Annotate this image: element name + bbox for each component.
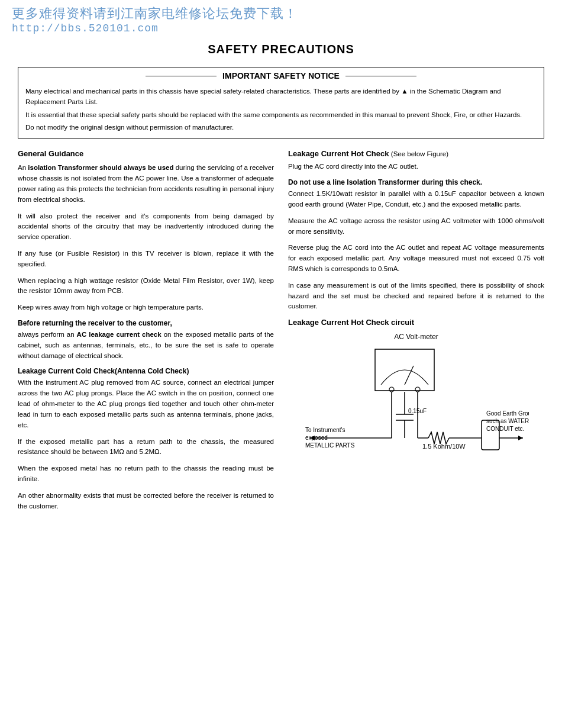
notice-line-right [345, 76, 416, 76]
general-guidance-heading: General Guidance [18, 149, 274, 158]
left-para-2: It will also protect the receiver and it… [18, 211, 274, 243]
svg-text:1.5 Kohm/10W: 1.5 Kohm/10W [422, 443, 466, 450]
left-para-5: Keep wires away from high voltage or hig… [18, 302, 274, 313]
left-para-4: When replacing a high wattage resistor (… [18, 276, 274, 297]
left-column: General Guidance An isolation Transforme… [18, 149, 274, 517]
leakage-hot-heading: Leakage Current Hot Check [288, 149, 389, 158]
important-notice-box: IMPORTANT SAFETY NOTICE Many electrical … [18, 67, 544, 138]
leakage-hot-line1: Plug the AC cord directly into the AC ou… [288, 162, 544, 172]
circuit-heading: Leakage Current Hot Check circuit [288, 318, 544, 327]
important-notice-content: Many electrical and mechanical parts in … [18, 83, 544, 138]
notice-line-2: It is essential that these special safet… [25, 110, 537, 121]
right-para-2: Measure the AC voltage across the resist… [288, 216, 544, 237]
left-para-9: When the exposed metal has no return pat… [18, 463, 274, 485]
right-para-3: Reverse plug the AC cord into the AC out… [288, 243, 544, 274]
left-para-8: If the exposed metallic part has a retur… [18, 437, 274, 458]
right-para-4: In case any measurement is out of the li… [288, 281, 544, 312]
leakage-cold-heading: Leakage Current Cold Check(Antenna Cold … [18, 367, 274, 375]
leakage-hot-subheading: (See below Figure) [391, 150, 448, 157]
before-return-heading: Before returning the receiver to the cus… [18, 319, 274, 327]
left-para-6: always perform an AC leakage current che… [18, 330, 274, 361]
svg-text:METALLIC PARTS: METALLIC PARTS [305, 442, 355, 449]
header-banner: 更多难得资料请到江南家电维修论坛免费下载！ http://bbs.520101.… [0, 0, 562, 37]
left-para-7: With the instrument AC plug removed from… [18, 378, 274, 430]
right-column: Leakage Current Hot Check (See below Fig… [288, 149, 544, 517]
svg-line-1 [405, 366, 414, 385]
left-para-1: An isolation Transformer should always b… [18, 163, 274, 205]
important-notice-title: IMPORTANT SAFETY NOTICE [18, 67, 544, 83]
circuit-voltmeter-label: AC Volt-meter [394, 333, 438, 341]
circuit-diagram-area: AC Volt-meter [288, 333, 544, 473]
header-chinese-text: 更多难得资料请到江南家电维修论坛免费下载！ [12, 5, 550, 22]
svg-point-3 [415, 387, 420, 392]
notice-line-3: Do not modify the original design withou… [25, 123, 537, 133]
svg-text:exposed: exposed [305, 434, 328, 441]
svg-text:To Instrument's: To Instrument's [305, 427, 345, 433]
page-title: SAFETY PRECAUTIONS [0, 43, 562, 56]
left-para-3: If any fuse (or Fusible Resistor) in thi… [18, 249, 274, 270]
header-url-text: http://bbs.520101.com [12, 22, 550, 34]
svg-text:Good Earth Ground: Good Earth Ground [486, 410, 529, 417]
svg-text:such as WATER PIPE,: such as WATER PIPE, [486, 418, 529, 424]
notice-line-left [146, 76, 217, 76]
svg-point-2 [389, 387, 394, 392]
leakage-hot-heading-row: Leakage Current Hot Check (See below Fig… [288, 149, 544, 158]
no-isolation-heading: Do not use a line Isolation Transformer … [288, 178, 544, 186]
svg-text:0.15uF: 0.15uF [408, 408, 427, 414]
right-para-1: Connect 1.5K/10watt resistor in parallel… [288, 189, 544, 210]
svg-marker-22 [518, 436, 523, 440]
left-para-10: An other abnormality exists that must be… [18, 491, 274, 512]
circuit-diagram-svg: 0.15uF 1.5 Kohm/10W [304, 343, 529, 473]
svg-rect-17 [482, 420, 499, 450]
two-column-layout: General Guidance An isolation Transforme… [18, 149, 544, 517]
notice-line-1: Many electrical and mechanical parts in … [25, 86, 537, 108]
svg-text:CONDUIT etc.: CONDUIT etc. [486, 426, 524, 432]
